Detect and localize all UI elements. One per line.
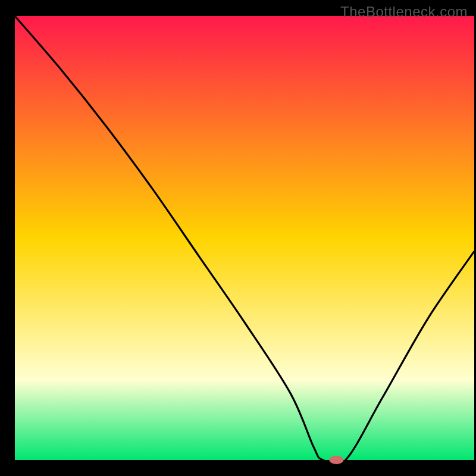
- optimal-point-marker: [329, 456, 343, 464]
- chart-frame: TheBottleneck.com: [0, 0, 476, 476]
- plot-background: [15, 16, 474, 460]
- bottleneck-chart: [0, 0, 476, 476]
- watermark-text: TheBottleneck.com: [340, 4, 468, 20]
